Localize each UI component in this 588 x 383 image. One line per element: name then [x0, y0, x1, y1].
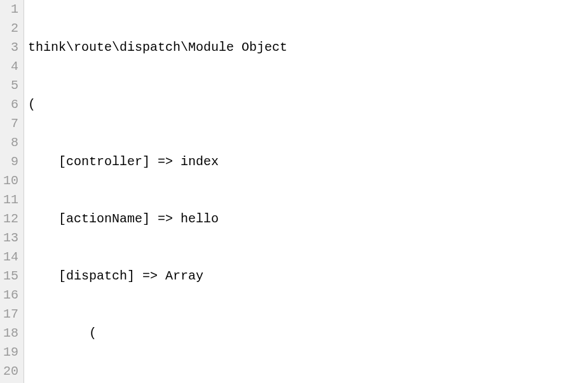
code-line: [controller] => index [28, 152, 588, 171]
line-number: 15 [3, 267, 18, 286]
line-number: 11 [3, 191, 18, 210]
line-number: 6 [3, 95, 18, 114]
line-number: 5 [3, 76, 18, 95]
line-number: 3 [3, 38, 18, 57]
line-number: 16 [3, 286, 18, 305]
line-number: 8 [3, 133, 18, 152]
line-number: 2 [3, 19, 18, 38]
line-number: 7 [3, 114, 18, 133]
code-line: think\route\dispatch\Module Object [28, 38, 588, 57]
line-number: 19 [3, 343, 18, 362]
line-number: 20 [3, 362, 18, 381]
line-number-gutter: 1 2 3 4 5 6 7 8 9 10 11 12 13 14 15 16 1… [0, 0, 24, 383]
line-number: 1 [3, 0, 18, 19]
line-number: 17 [3, 305, 18, 324]
code-area[interactable]: think\route\dispatch\Module Object ( [co… [24, 0, 588, 383]
code-line: ( [28, 324, 588, 343]
line-number: 14 [3, 248, 18, 267]
line-number: 12 [3, 210, 18, 229]
line-number: 9 [3, 152, 18, 171]
code-line: [dispatch] => Array [28, 267, 588, 286]
line-number: 10 [3, 171, 18, 191]
line-number: 13 [3, 229, 18, 248]
code-editor: 1 2 3 4 5 6 7 8 9 10 11 12 13 14 15 16 1… [0, 0, 588, 383]
code-line: [actionName] => hello [28, 210, 588, 229]
line-number: 4 [3, 57, 18, 76]
code-line: ( [28, 95, 588, 114]
line-number: 18 [3, 324, 18, 343]
